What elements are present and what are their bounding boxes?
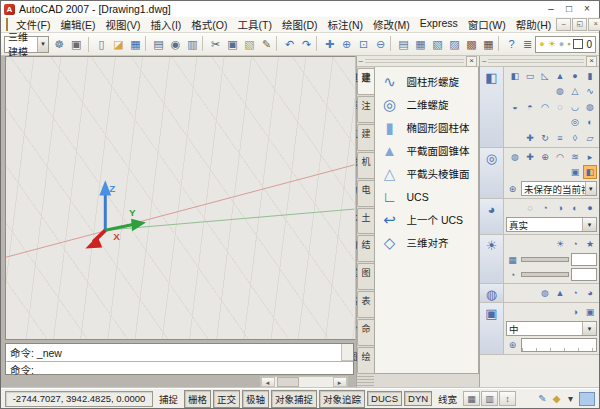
menu-item[interactable]: Express [415,17,463,32]
menu-item[interactable]: 工具(T) [233,17,277,32]
conceptual-icon[interactable]: ◐ [568,201,582,215]
realistic-icon[interactable]: ● [583,201,597,215]
status-toggle-button[interactable]: 捕捉 [155,390,182,408]
revolve-icon[interactable]: ◌ [553,100,567,114]
toolbar-separator[interactable] [498,36,502,51]
quickcalc-icon[interactable]: ▦ [480,36,497,53]
status-toggle-button[interactable]: 线宽 [434,390,461,408]
scrollbar-thumb[interactable] [277,377,299,387]
command-horizontal-scrollbar[interactable]: ◂ ▸ [260,376,348,388]
3d-make-icon[interactable]: ◧ [480,67,504,147]
palette-tab[interactable]: 机械 [357,152,374,179]
palette-tab[interactable]: 结构 [357,235,374,262]
render-output-field[interactable] [521,338,597,352]
close-button[interactable]: × [578,2,596,16]
layer-dropdown[interactable]: ●☀●▪ 0 [535,36,596,53]
publish-icon[interactable]: ▥ [184,36,201,53]
palette-tab[interactable]: 注释 [357,96,374,123]
clean-screen-button[interactable] [579,392,595,406]
palette-autohide-icon[interactable]: – [359,58,363,64]
visual-style-icon[interactable]: ◕ [480,199,504,234]
palette-tool-item[interactable]: ↩ 上一个 UCS [377,209,476,230]
dashboard-close-icon[interactable]: × [586,56,597,67]
menu-item[interactable]: 插入(I) [145,17,186,32]
toolbar-separator[interactable] [276,36,280,51]
subtract-icon[interactable]: ◎ [568,115,582,129]
named-view-dropdown[interactable]: 未保存的当前视图 ▾ [521,181,597,196]
3d-navigate-icon[interactable]: ◎ [480,148,504,198]
dashboard-autohide-icon[interactable]: – [482,58,486,64]
extract-edges-icon[interactable]: ◊ [568,131,582,145]
properties-icon[interactable]: ▤ [395,36,412,53]
zoom-window-icon[interactable]: ⊡ [355,36,372,53]
designcenter-icon[interactable]: ▦ [412,36,429,53]
toolbar-separator[interactable] [390,36,394,51]
mdi-minimize-button[interactable]: – [556,18,571,31]
render-icon[interactable]: ▣ [480,303,504,354]
render-environment-icon[interactable]: ◍ [538,286,552,300]
visual-style-dropdown[interactable]: 真实 ▾ [506,217,597,232]
palette-tab[interactable]: 建模 [357,68,374,95]
palette-tool-item[interactable]: ◇ 三维对齐 [377,232,476,253]
zoom-realtime-icon[interactable]: ⊕ [338,36,355,53]
loft-icon[interactable]: ◡ [568,100,582,114]
scroll-right-icon[interactable]: ▸ [333,377,347,387]
box-icon[interactable]: ▭ [523,69,537,83]
3d-wireframe-icon[interactable]: ◔ [538,201,552,215]
advanced-render-settings-icon[interactable]: ◔ [568,286,582,300]
command-input[interactable]: 命令: [6,362,353,375]
3d-hidden-icon[interactable]: ◑ [553,201,567,215]
maximize-button[interactable]: □ [560,2,578,16]
menu-item[interactable]: 视图(V) [100,17,145,32]
palette-tab[interactable]: 土木 [357,208,374,235]
drawing-viewport[interactable]: Z Y X [5,56,356,340]
model-tab-icon[interactable]: ▦ [463,391,480,406]
help-icon[interactable]: ? [503,36,520,53]
menu-item[interactable]: 修改(M) [368,17,415,32]
swivel-icon[interactable]: ◠ [553,150,567,164]
sun-status-icon[interactable]: ☀ [553,237,567,251]
constrained-orbit-icon[interactable]: ◍ [508,150,522,164]
status-toggle-button[interactable]: DYN [404,391,432,406]
convert-to-solid-icon[interactable]: ▱ [583,131,597,145]
render-environment-icon[interactable]: ◍ [480,284,504,302]
toolbar-separator[interactable] [202,36,206,51]
menu-item[interactable]: 编辑(E) [55,17,100,32]
zoom-previous-icon[interactable]: ⊖ [372,36,389,53]
open-icon[interactable]: ◪ [110,36,127,53]
sphere-icon[interactable]: ● [568,69,582,83]
polysolid-icon[interactable]: ◧ [508,69,522,83]
chevron-down-icon[interactable]: ▾ [37,37,48,52]
annotation-scale-icon[interactable]: ✎ [536,393,549,404]
plot-preview-icon[interactable]: ◉ [167,36,184,53]
palette-tab[interactable]: 命令 [357,319,374,346]
palette-tool-item[interactable]: ▮ 椭圆形圆柱体 [377,117,476,138]
scroll-left-icon[interactable]: ◂ [261,377,275,387]
render-crop-icon[interactable]: ◑ [568,305,582,319]
plot-icon[interactable]: ▤ [150,36,167,53]
status-toggle-button[interactable]: 正交 [213,390,240,408]
layer-on-bulb-icon[interactable]: ● [539,40,544,49]
toolbar-separator[interactable] [316,36,320,51]
new-light-icon[interactable]: ★ [583,237,597,251]
minimize-button[interactable]: – [542,2,560,16]
status-toggle-button[interactable]: 对象追踪 [319,390,365,408]
wedge-icon[interactable]: ◺ [538,69,552,83]
layer-lock-icon[interactable]: ● [559,40,564,49]
menu-item[interactable]: 窗口(W) [463,17,511,32]
intersect-icon[interactable]: ◐ [583,115,597,129]
layer-color-swatch[interactable] [573,39,583,49]
palette-tab[interactable]: 表格 [357,291,374,318]
sky-icon[interactable]: ◔ [568,237,582,251]
tool-palettes-icon[interactable]: ▧ [429,36,446,53]
toolbar-lock-icon[interactable]: ◆ [550,393,563,404]
tab-switch-icon[interactable]: ↕ [499,391,516,406]
workspace-dropdown[interactable]: 三维建模 ▾ [4,36,49,53]
chevron-down-icon[interactable]: ▾ [582,218,596,231]
sheet-set-manager-icon[interactable]: ▨ [446,36,463,53]
pyramid-icon[interactable]: △ [568,84,582,98]
status-menu-arrow-icon[interactable]: ▾ [564,393,577,404]
palette-tool-item[interactable]: △ 平截头棱锥面 [377,163,476,184]
redo-icon[interactable]: ↷ [298,36,315,53]
match-properties-icon[interactable]: ✎ [258,36,275,53]
